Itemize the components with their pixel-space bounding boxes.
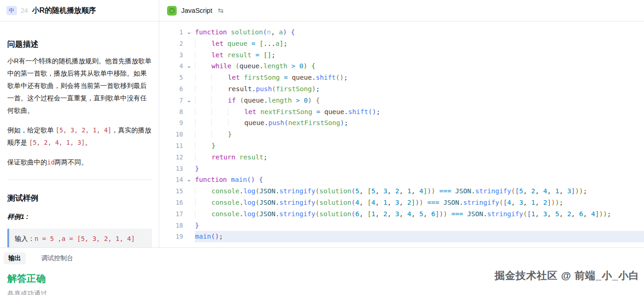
fold-spacer (183, 83, 195, 95)
sample1-box: 输入：n = 5 ,a = [5, 3, 2, 1, 4] 输出：[5, 2, … (7, 229, 152, 247)
editor-header: ⬡ JavaScript ⇆ (159, 0, 644, 22)
code-line-content: let firstSong = queue.shift(); (195, 72, 644, 83)
code-line[interactable]: 7⌄ if (queue.length > 0) { (159, 95, 644, 106)
line-number: 8 (159, 106, 183, 118)
code-line[interactable]: 3 let result = []; (159, 49, 644, 61)
line-number: 19 (159, 231, 183, 242)
code-line[interactable]: 6 result.push(firstSong); (159, 83, 644, 95)
code-line[interactable]: 13 } (159, 163, 644, 175)
line-number: 4 (159, 60, 183, 72)
fold-chevron-icon[interactable]: ⌄ (183, 95, 195, 106)
fold-spacer (183, 140, 195, 152)
code-line[interactable]: 11 } (159, 140, 644, 152)
sample1-input: 输入：n = 5 ,a = [5, 3, 2, 1, 4] (15, 233, 146, 245)
code-line[interactable]: 8 let nextFirstSong = queue.shift(); (159, 106, 644, 118)
code-editor[interactable]: 1⌄function solution(n, a) {2 let queue =… (159, 22, 644, 247)
fold-spacer (183, 72, 195, 83)
app-window: 中 24 小R的随机播放顺序 问题描述 小R有一个特殊的随机播放规则。他首先播放… (0, 0, 644, 295)
line-number: 17 (159, 208, 183, 220)
line-number: 6 (159, 83, 183, 95)
problem-body[interactable]: 问题描述 小R有一个特殊的随机播放规则。他首先播放歌单中的第一首歌，播放后将其从… (0, 22, 159, 247)
code-line[interactable]: 18 } (159, 220, 644, 231)
line-number: 10 (159, 129, 183, 140)
code-lines: 1⌄function solution(n, a) {2 let queue =… (159, 27, 644, 242)
inline-code: [5, 3, 2, 1, 4] (56, 126, 112, 134)
editor-panel: ⬡ JavaScript ⇆ 1⌄function solution(n, a)… (159, 0, 644, 247)
inline-code: [5, 2, 4, 1, 3] (29, 139, 85, 146)
code-line-content: while (queue.length > 0) { (195, 60, 644, 72)
code-line-content: main(); (195, 231, 644, 242)
code-line-content: result.push(firstSong); (195, 83, 644, 95)
inline-code: n = 5 ,a = [5, 3, 2, 1, 4] (35, 235, 135, 242)
code-line-content: return result; (195, 152, 644, 163)
code-line[interactable]: 5 let firstSong = queue.shift(); (159, 72, 644, 83)
line-number: 2 (159, 38, 183, 49)
code-line-content: let result = []; (195, 49, 644, 61)
code-line-content: } (195, 220, 644, 231)
code-line-content: console.log(JSON.stringify(solution(4, [… (195, 197, 644, 208)
fold-spacer (183, 38, 195, 49)
tab-output[interactable]: 输出 (4, 252, 26, 264)
line-number: 1 (159, 27, 183, 38)
code-line[interactable]: 17 console.log(JSON.stringify(solution(6… (159, 208, 644, 220)
difficulty-badge: 中 (6, 6, 17, 16)
language-label: JavaScript (181, 7, 212, 14)
line-number: 14 (159, 174, 183, 186)
problem-panel: 中 24 小R的随机播放顺序 问题描述 小R有一个特殊的随机播放规则。他首先播放… (0, 0, 159, 247)
fold-chevron-icon[interactable]: ⌄ (183, 174, 195, 186)
code-line[interactable]: 2 let queue = [...a]; (159, 38, 644, 49)
description-heading: 问题描述 (7, 39, 152, 49)
code-line-content: function main() { (195, 174, 644, 186)
code-line[interactable]: 1⌄function solution(n, a) { (159, 27, 644, 38)
code-line-content: let queue = [...a]; (195, 38, 644, 49)
problem-header: 中 24 小R的随机播放顺序 (0, 0, 159, 22)
code-line[interactable]: 9 queue.push(nextFirstSong); (159, 117, 644, 129)
fold-chevron-icon[interactable]: ⌄ (183, 27, 195, 38)
line-number: 12 (159, 152, 183, 163)
code-line-content: } (195, 140, 644, 152)
code-line[interactable]: 10 } (159, 129, 644, 140)
fold-spacer (183, 152, 195, 163)
code-line[interactable]: 12 return result; (159, 152, 644, 163)
fold-spacer (183, 117, 195, 129)
description-paragraph: 保证歌曲中的id两两不同。 (7, 156, 152, 169)
code-line-content: console.log(JSON.stringify(solution(5, [… (195, 186, 644, 197)
code-line-content: if (queue.length > 0) { (195, 95, 644, 106)
code-line-content: function solution(n, a) { (195, 27, 644, 38)
fold-spacer (183, 208, 195, 220)
javascript-icon: ⬡ (167, 6, 177, 16)
output-tabs: 输出 调试控制台 (4, 252, 644, 264)
code-line-content: console.log(JSON.stringify(solution(6, [… (195, 208, 644, 220)
code-line-content: } (195, 163, 644, 175)
fold-spacer (183, 220, 195, 231)
fold-spacer (183, 106, 195, 118)
code-line[interactable]: 4⌄ while (queue.length > 0) { (159, 60, 644, 72)
output-panel: 输出 调试控制台 解答正确 恭喜成功通过 掘金技术社区 @ 前端_小_小白 (0, 247, 644, 295)
line-number: 16 (159, 197, 183, 208)
line-number: 11 (159, 140, 183, 152)
fold-spacer (183, 186, 195, 197)
fold-chevron-icon[interactable]: ⌄ (183, 60, 195, 72)
fold-spacer (183, 129, 195, 140)
tab-debug-console[interactable]: 调试控制台 (37, 252, 78, 264)
code-line[interactable]: 14⌄function main() { (159, 174, 644, 186)
fold-spacer (183, 197, 195, 208)
description-paragraph: 例如，给定歌单 [5, 3, 2, 1, 4]，真实的播放顺序是 [5, 2, … (7, 124, 152, 149)
code-line[interactable]: 16 console.log(JSON.stringify(solution(4… (159, 197, 644, 208)
fold-spacer (183, 231, 195, 242)
code-line[interactable]: 19 main(); (159, 231, 644, 242)
code-line-content: } (195, 129, 644, 140)
line-number: 3 (159, 49, 183, 61)
sample1-label: 样例1 : (7, 213, 152, 221)
problem-number: 24 (21, 7, 28, 14)
line-number: 13 (159, 163, 183, 175)
line-number: 15 (159, 186, 183, 197)
line-number: 7 (159, 95, 183, 106)
line-number: 5 (159, 72, 183, 83)
description-paragraph: 小R有一个特殊的随机播放规则。他首先播放歌单中的第一首歌，播放后将其从歌单中移除… (7, 55, 152, 117)
code-line-content: let nextFirstSong = queue.shift(); (195, 106, 644, 118)
code-line[interactable]: 15 console.log(JSON.stringify(solution(5… (159, 186, 644, 197)
problem-title: 小R的随机播放顺序 (32, 6, 96, 16)
inline-code: id (47, 158, 54, 166)
switch-language-icon[interactable]: ⇆ (218, 6, 224, 15)
